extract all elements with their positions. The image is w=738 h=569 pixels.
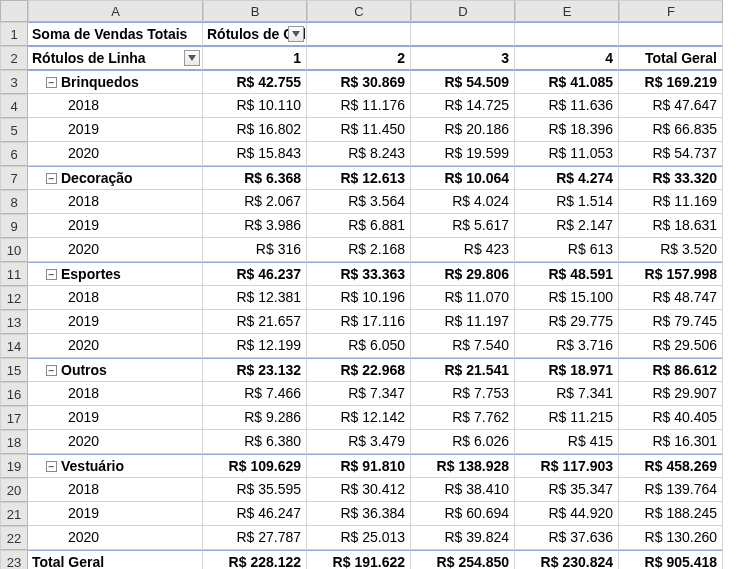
row-header[interactable]: 1 [0,22,28,46]
year-label: 2018 [32,288,99,307]
value-cell: R$ 130.260 [619,526,723,550]
category-name: Esportes [61,266,121,282]
year-cell[interactable]: 2019 [28,310,203,334]
collapse-icon[interactable]: − [46,461,57,472]
col-header[interactable]: A [28,0,203,22]
row-header[interactable]: 20 [0,478,28,502]
year-cell[interactable]: 2018 [28,286,203,310]
category-cell[interactable]: −Vestuário [28,454,203,478]
collapse-icon[interactable]: − [46,77,57,88]
row-header[interactable]: 5 [0,118,28,142]
year-cell[interactable]: 2020 [28,526,203,550]
value-cell: R$ 9.286 [203,406,307,430]
year-cell[interactable]: 2019 [28,406,203,430]
value-cell: R$ 1.514 [515,190,619,214]
row-header[interactable]: 18 [0,430,28,454]
value-cell: R$ 66.835 [619,118,723,142]
col-header[interactable]: C [307,0,411,22]
row-header[interactable]: 17 [0,406,28,430]
value-cell: R$ 54.737 [619,142,723,166]
empty-cell [307,22,411,46]
category-total: R$ 33.363 [307,262,411,286]
year-cell[interactable]: 2018 [28,94,203,118]
row-header[interactable]: 15 [0,358,28,382]
year-cell[interactable]: 2018 [28,382,203,406]
year-cell[interactable]: 2018 [28,478,203,502]
category-total: R$ 41.085 [515,70,619,94]
collapse-icon[interactable]: − [46,365,57,376]
value-cell: R$ 46.247 [203,502,307,526]
row-header[interactable]: 4 [0,94,28,118]
category-cell[interactable]: −Outros [28,358,203,382]
row-header[interactable]: 12 [0,286,28,310]
row-filter-button[interactable] [184,50,200,66]
year-cell[interactable]: 2020 [28,238,203,262]
col-header[interactable]: B [203,0,307,22]
value-cell: R$ 29.506 [619,334,723,358]
row-header[interactable]: 3 [0,70,28,94]
grand-total-value: R$ 905.418 [619,550,723,569]
row-header[interactable]: 19 [0,454,28,478]
collapse-icon[interactable]: − [46,173,57,184]
row-header[interactable]: 6 [0,142,28,166]
collapse-icon[interactable]: − [46,269,57,280]
col-header[interactable]: E [515,0,619,22]
value-cell: R$ 3.479 [307,430,411,454]
category-cell[interactable]: −Esportes [28,262,203,286]
year-label: 2018 [32,480,99,499]
row-header[interactable]: 8 [0,190,28,214]
col-header[interactable]: F [619,0,723,22]
category-name: Vestuário [61,458,124,474]
category-total: R$ 117.903 [515,454,619,478]
row-header[interactable]: 7 [0,166,28,190]
year-label: 2019 [32,504,99,523]
row-header[interactable]: 22 [0,526,28,550]
row-header[interactable]: 21 [0,502,28,526]
value-cell: R$ 2.067 [203,190,307,214]
year-label: 2019 [32,312,99,331]
value-cell: R$ 3.986 [203,214,307,238]
category-total: R$ 12.613 [307,166,411,190]
value-cell: R$ 20.186 [411,118,515,142]
year-cell[interactable]: 2020 [28,142,203,166]
year-label: 2020 [32,144,99,163]
category-total: R$ 157.998 [619,262,723,286]
value-cell: R$ 39.824 [411,526,515,550]
category-cell[interactable]: −Decoração [28,166,203,190]
year-cell[interactable]: 2019 [28,118,203,142]
year-cell[interactable]: 2020 [28,334,203,358]
grand-total-value: R$ 228.122 [203,550,307,569]
year-cell[interactable]: 2018 [28,190,203,214]
row-header[interactable]: 23 [0,550,28,569]
select-all-corner[interactable] [0,0,28,22]
value-cell: R$ 35.347 [515,478,619,502]
row-header[interactable]: 10 [0,238,28,262]
category-total: R$ 86.612 [619,358,723,382]
row-header[interactable]: 13 [0,310,28,334]
row-header[interactable]: 14 [0,334,28,358]
value-cell: R$ 12.142 [307,406,411,430]
value-cell: R$ 16.802 [203,118,307,142]
value-cell: R$ 11.450 [307,118,411,142]
year-cell[interactable]: 2019 [28,502,203,526]
row-header[interactable]: 2 [0,46,28,70]
value-cell: R$ 139.764 [619,478,723,502]
year-cell[interactable]: 2019 [28,214,203,238]
value-cell: R$ 16.301 [619,430,723,454]
year-cell[interactable]: 2020 [28,430,203,454]
row-header[interactable]: 16 [0,382,28,406]
value-cell: R$ 11.169 [619,190,723,214]
column-filter-button[interactable] [288,26,304,42]
row-header[interactable]: 9 [0,214,28,238]
empty-cell [619,22,723,46]
category-cell[interactable]: −Brinquedos [28,70,203,94]
value-cell: R$ 7.540 [411,334,515,358]
col-header[interactable]: D [411,0,515,22]
value-cell: R$ 29.907 [619,382,723,406]
category-total: R$ 23.132 [203,358,307,382]
row-header[interactable]: 11 [0,262,28,286]
value-cell: R$ 188.245 [619,502,723,526]
col-header-value: 4 [515,46,619,70]
year-label: 2018 [32,384,99,403]
category-total: R$ 18.971 [515,358,619,382]
